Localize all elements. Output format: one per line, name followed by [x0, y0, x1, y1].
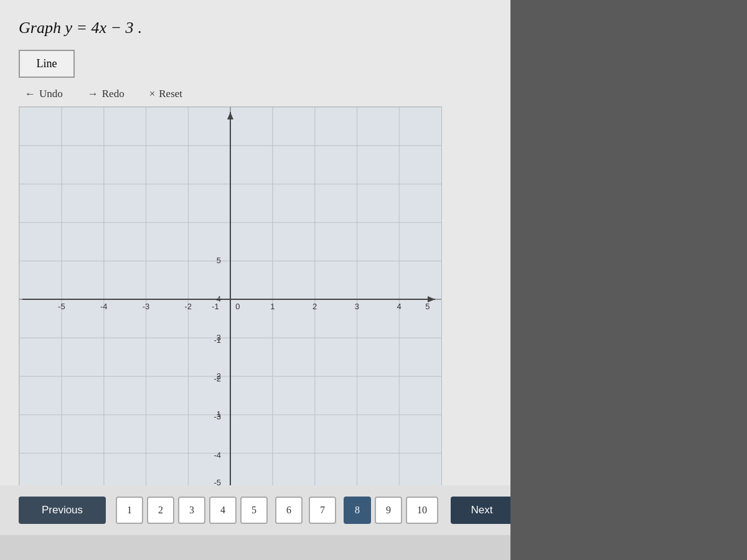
- page-9-button[interactable]: 9: [375, 497, 402, 524]
- svg-text:5: 5: [425, 302, 430, 311]
- svg-text:-2: -2: [214, 374, 222, 383]
- bottom-nav: Previous 1 2 3 4 5 6 7 8 9 10 Next: [0, 485, 510, 535]
- svg-text:1: 1: [270, 302, 275, 311]
- previous-button[interactable]: Previous: [19, 497, 106, 524]
- svg-text:-3: -3: [214, 412, 222, 421]
- problem-title: Graph y = 4x − 3 .: [19, 19, 492, 37]
- graph-container[interactable]: -5 -4 -3 -2 -1 0 1 2 3 4 5 5 4 3 2 1 -1 …: [19, 106, 442, 492]
- svg-text:3: 3: [355, 302, 359, 311]
- undo-icon: ←: [25, 88, 35, 100]
- svg-text:0: 0: [235, 302, 240, 311]
- reset-label: Reset: [159, 88, 182, 100]
- reset-icon: ×: [149, 88, 156, 100]
- svg-text:-4: -4: [214, 450, 222, 460]
- svg-text:-2: -2: [184, 302, 192, 311]
- svg-text:-5: -5: [58, 302, 65, 311]
- undo-button[interactable]: ← Undo: [25, 88, 63, 100]
- page-6-button[interactable]: 6: [275, 497, 303, 524]
- page-5-button[interactable]: 5: [240, 497, 268, 524]
- redo-label: Redo: [102, 88, 125, 100]
- redo-icon: →: [88, 88, 98, 100]
- svg-text:4: 4: [397, 302, 402, 311]
- svg-text:4: 4: [217, 294, 221, 304]
- redo-button[interactable]: → Redo: [88, 88, 125, 100]
- toolbar: ← Undo → Redo × Reset: [25, 88, 492, 100]
- page-10-button[interactable]: 10: [406, 497, 438, 524]
- page-7-button[interactable]: 7: [309, 497, 336, 524]
- svg-text:5: 5: [217, 256, 221, 265]
- right-panel: [510, 0, 747, 560]
- tool-label: Line: [37, 57, 57, 70]
- page-3-button[interactable]: 3: [178, 497, 205, 524]
- svg-text:-1: -1: [214, 335, 222, 345]
- graph-svg[interactable]: -5 -4 -3 -2 -1 0 1 2 3 4 5 5 4 3 2 1 -1 …: [19, 107, 441, 492]
- svg-text:2: 2: [312, 302, 317, 311]
- page-2-button[interactable]: 2: [147, 497, 174, 524]
- next-button[interactable]: Next: [451, 497, 513, 524]
- tool-panel[interactable]: Line: [19, 50, 75, 78]
- page-4-button[interactable]: 4: [209, 497, 237, 524]
- page-8-button[interactable]: 8: [344, 497, 371, 524]
- reset-button[interactable]: × Reset: [149, 88, 182, 100]
- main-content: Graph y = 4x − 3 . Line ← Undo → Redo × …: [0, 0, 510, 535]
- svg-text:-4: -4: [100, 302, 108, 311]
- undo-label: Undo: [39, 88, 63, 100]
- page-1-button[interactable]: 1: [116, 497, 143, 524]
- svg-text:-3: -3: [143, 302, 150, 311]
